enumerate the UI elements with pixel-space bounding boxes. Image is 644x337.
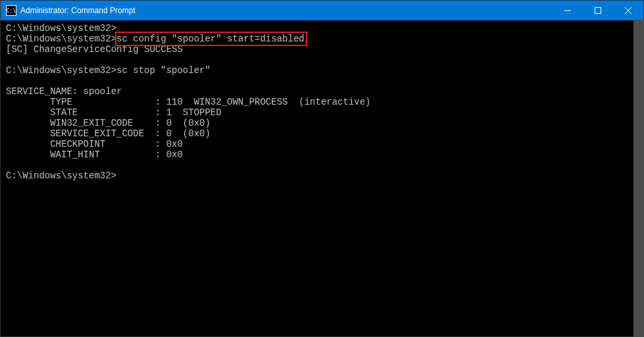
- maximize-button[interactable]: [583, 1, 613, 20]
- output-line: [6, 160, 638, 170]
- output-line: STATE : 1 STOPPED: [6, 107, 638, 118]
- output-line: WAIT_HINT : 0x0: [6, 149, 638, 160]
- output-line: C:\Windows\system32>: [6, 170, 638, 181]
- minimize-button[interactable]: [553, 1, 583, 20]
- prompt: C:\Windows\system32>: [6, 34, 116, 44]
- cmd-icon-text: C:\: [7, 8, 16, 14]
- output-line: WIN32_EXIT_CODE : 0 (0x0): [6, 118, 638, 128]
- output-line: [6, 55, 638, 65]
- prompt: C:\Windows\system32>: [6, 170, 116, 181]
- scrollbar-thumb[interactable]: [633, 20, 644, 337]
- output-line: SERVICE_EXIT_CODE : 0 (0x0): [6, 128, 638, 139]
- titlebar[interactable]: C:\ Administrator: Command Prompt: [1, 1, 643, 20]
- command: sc stop "spooler": [116, 65, 211, 76]
- output-line: CHECKPOINT : 0x0: [6, 139, 638, 149]
- terminal-output[interactable]: C:\Windows\system32>C:\Windows\system32>…: [1, 20, 643, 336]
- maximize-icon: [595, 7, 601, 14]
- minimize-icon: [564, 7, 571, 14]
- vertical-scrollbar[interactable]: [633, 20, 644, 337]
- output-line: C:\Windows\system32>: [6, 23, 638, 34]
- output-line: C:\Windows\system32>sc config "spooler" …: [6, 34, 638, 44]
- close-button[interactable]: [613, 1, 643, 20]
- output-line: [6, 76, 638, 86]
- output-line: TYPE : 110 WIN32_OWN_PROCESS (interactiv…: [6, 97, 638, 107]
- output-line: [SC] ChangeServiceConfig SUCCESS: [6, 44, 638, 55]
- prompt: C:\Windows\system32>: [6, 23, 116, 34]
- highlighted-command: sc config "spooler" start=disabled: [116, 34, 305, 44]
- output-line: C:\Windows\system32>sc stop "spooler": [6, 65, 638, 76]
- window-title: Administrator: Command Prompt: [20, 6, 553, 15]
- window-controls: [553, 1, 643, 20]
- output-line: SERVICE_NAME: spooler: [6, 86, 638, 97]
- cmd-icon: C:\: [6, 5, 16, 16]
- close-icon: [625, 7, 632, 14]
- prompt: C:\Windows\system32>: [6, 65, 116, 76]
- cmd-window: C:\ Administrator: Command Prompt C:\Win…: [0, 0, 644, 337]
- svg-rect-1: [595, 8, 601, 14]
